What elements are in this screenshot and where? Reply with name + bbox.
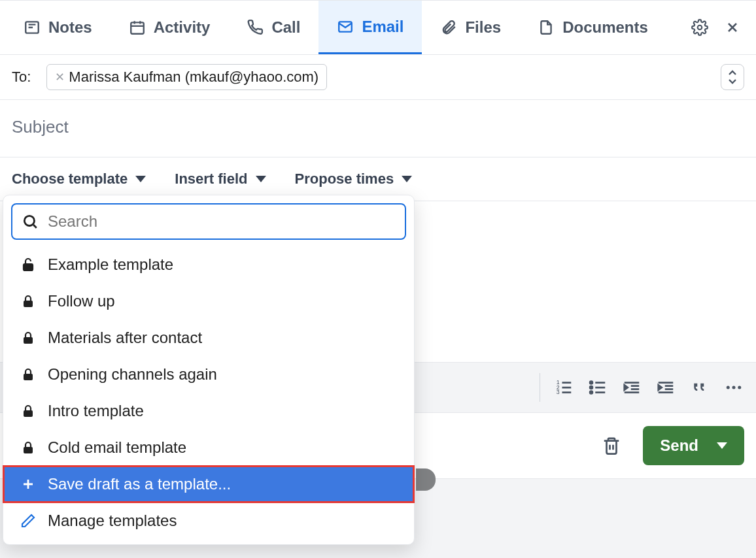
recipient-text: Marissa Kaufman (mkauf@yhaoo.com) <box>69 69 318 86</box>
separator <box>540 373 540 402</box>
close-button[interactable] <box>722 17 743 38</box>
tab-activity[interactable]: Activity <box>111 1 229 54</box>
manage-templates-item[interactable]: Manage templates <box>3 502 414 539</box>
scroll-thumb[interactable] <box>416 468 436 491</box>
template-item[interactable]: Materials after contact <box>3 320 414 356</box>
expand-recipients-button[interactable] <box>721 64 744 90</box>
send-button[interactable]: Send <box>643 426 744 465</box>
unlock-icon <box>20 257 36 272</box>
paperclip-icon <box>440 19 457 36</box>
template-dropdown: Example template Follow up Materials aft… <box>3 195 415 545</box>
svg-rect-18 <box>24 410 33 417</box>
template-label: Intro template <box>48 402 144 420</box>
tab-label: Email <box>362 18 404 36</box>
recipient-chip[interactable]: ✕ Marissa Kaufman (mkauf@yhaoo.com) <box>46 64 327 90</box>
template-label: Cold email template <box>48 438 186 457</box>
outdent-button[interactable] <box>621 377 642 398</box>
plus-icon <box>20 476 36 492</box>
svg-rect-14 <box>24 264 33 271</box>
template-item[interactable]: Intro template <box>3 393 414 429</box>
settings-button[interactable] <box>689 17 710 38</box>
indent-button[interactable] <box>655 377 676 398</box>
to-label: To: <box>12 69 31 86</box>
propose-times-button[interactable]: Propose times <box>295 171 413 188</box>
pencil-icon <box>20 513 36 529</box>
chevron-up-down-icon <box>727 69 738 86</box>
tab-label: Activity <box>154 18 211 37</box>
svg-rect-19 <box>24 447 33 453</box>
ordered-list-button[interactable]: 123 <box>553 377 574 398</box>
template-label: Follow up <box>48 292 115 310</box>
tab-notes[interactable]: Notes <box>5 1 111 54</box>
search-icon <box>22 213 39 230</box>
trash-icon <box>602 436 621 455</box>
indent-icon <box>656 378 676 397</box>
lock-icon <box>20 403 36 419</box>
tab-call[interactable]: Call <box>228 1 318 54</box>
save-draft-template-item[interactable]: Save draft as a template... <box>3 466 414 502</box>
notes-icon <box>24 19 41 36</box>
svg-point-11 <box>732 386 736 389</box>
more-format-button[interactable] <box>723 377 744 398</box>
document-icon <box>538 19 555 36</box>
template-label: Opening channels again <box>48 365 217 384</box>
subject-placeholder: Subject <box>12 117 69 137</box>
template-item[interactable]: Opening channels again <box>3 356 414 393</box>
toolbar-label: Choose template <box>12 171 128 188</box>
delete-draft-button[interactable] <box>601 435 622 456</box>
template-item[interactable]: Example template <box>3 246 414 283</box>
compose-tabs: Notes Activity Call Email Files Document… <box>0 0 756 55</box>
svg-point-9 <box>590 391 593 394</box>
subject-field[interactable]: Subject <box>0 100 756 157</box>
svg-rect-16 <box>24 337 33 344</box>
to-row: To: ✕ Marissa Kaufman (mkauf@yhaoo.com) <box>0 55 756 100</box>
more-icon <box>724 378 744 397</box>
template-item[interactable]: Follow up <box>3 283 414 320</box>
calendar-icon <box>129 19 146 36</box>
chevron-down-icon <box>717 442 727 449</box>
svg-rect-1 <box>131 22 144 33</box>
svg-point-3 <box>698 25 702 30</box>
svg-rect-17 <box>24 374 33 380</box>
manage-label: Manage templates <box>48 512 177 530</box>
template-item[interactable]: Cold email template <box>3 429 414 466</box>
tab-email[interactable]: Email <box>318 1 422 54</box>
svg-point-10 <box>727 386 730 389</box>
lock-icon <box>20 330 36 346</box>
template-search-input[interactable] <box>48 212 396 231</box>
unordered-list-button[interactable] <box>587 377 608 398</box>
phone-icon <box>247 19 264 36</box>
gear-icon <box>691 19 708 36</box>
insert-field-button[interactable]: Insert field <box>175 171 266 188</box>
send-label: Send <box>660 436 698 455</box>
lock-icon <box>20 440 36 455</box>
save-draft-label: Save draft as a template... <box>48 475 231 493</box>
tab-files[interactable]: Files <box>422 1 519 54</box>
chevron-down-icon <box>402 176 412 182</box>
outdent-icon <box>622 378 642 397</box>
ordered-list-icon: 123 <box>554 378 574 397</box>
lock-icon <box>20 367 36 382</box>
quote-button[interactable] <box>689 377 710 398</box>
tab-label: Documents <box>562 18 648 37</box>
choose-template-button[interactable]: Choose template <box>12 171 146 188</box>
tab-label: Call <box>271 18 300 37</box>
template-label: Materials after contact <box>48 329 202 347</box>
tab-label: Files <box>465 18 501 37</box>
tab-documents[interactable]: Documents <box>519 1 666 54</box>
svg-point-12 <box>738 386 741 389</box>
toolbar-label: Propose times <box>295 171 394 188</box>
svg-text:3: 3 <box>557 389 560 395</box>
svg-point-8 <box>590 386 593 389</box>
svg-point-13 <box>24 216 34 225</box>
svg-rect-15 <box>24 301 33 307</box>
lock-icon <box>20 293 36 309</box>
tab-label: Notes <box>48 18 92 37</box>
template-search-field[interactable] <box>11 203 406 240</box>
toolbar-label: Insert field <box>175 171 247 188</box>
unordered-list-icon <box>588 378 608 397</box>
chip-remove-icon[interactable]: ✕ <box>55 70 65 84</box>
close-icon <box>725 20 740 35</box>
quote-icon <box>690 378 710 397</box>
template-label: Example template <box>48 255 173 274</box>
